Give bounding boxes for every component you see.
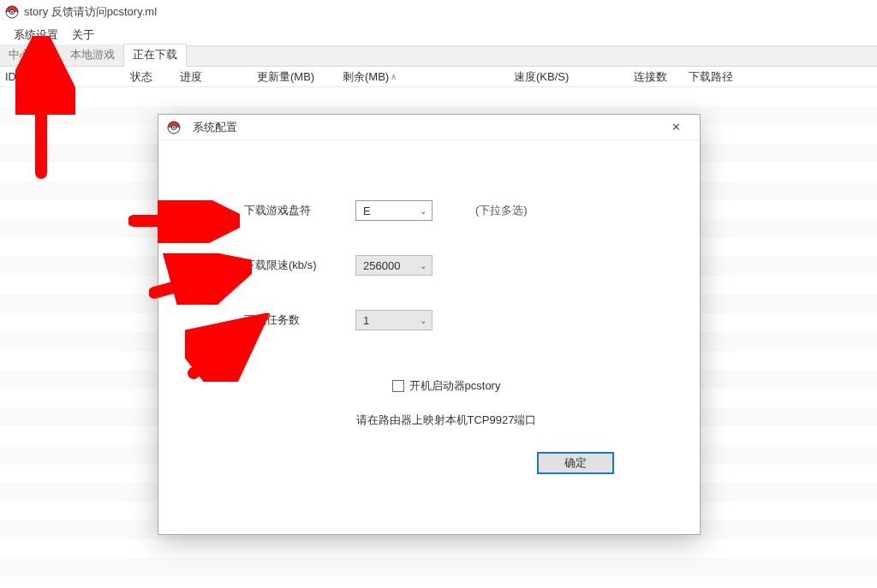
chevron-down-icon: ⌄ xyxy=(420,206,427,216)
col-path[interactable]: 下载路径 xyxy=(683,69,877,85)
tasks-label: 下载任务数 xyxy=(244,312,355,328)
col-remain[interactable]: 剩余(MB) ∧ xyxy=(337,69,509,85)
col-conn[interactable]: 连接数 xyxy=(629,69,683,85)
col-update[interactable]: 更新量(MB) xyxy=(252,69,337,85)
drive-combobox[interactable]: E ⌄ xyxy=(355,200,433,221)
system-config-dialog: 系统配置 ✕ 下载游戏盘符 E ⌄ (下拉多选) 下载限速(kb/s) 2560… xyxy=(158,114,701,535)
tasks-combobox[interactable]: 1 ⌄ xyxy=(355,310,433,330)
col-progress[interactable]: 进度 xyxy=(175,69,252,85)
svg-point-9 xyxy=(173,127,175,128)
speed-label: 下载限速(kb/s) xyxy=(244,258,355,273)
dialog-titlebar[interactable]: 系统配置 ✕ xyxy=(158,115,700,140)
tab-downloading[interactable]: 正在下载 xyxy=(123,44,187,67)
sort-caret-icon: ∧ xyxy=(391,72,397,81)
tabstrip: 中心游戏 本地游戏 正在下载 xyxy=(0,46,877,67)
chevron-down-icon: ⌄ xyxy=(420,261,427,270)
tab-center-games[interactable]: 中心游戏 xyxy=(0,45,62,66)
speed-value: 256000 xyxy=(363,259,400,272)
drive-value: E xyxy=(363,205,371,217)
ok-button-label: 确定 xyxy=(564,455,587,471)
chevron-down-icon: ⌄ xyxy=(420,316,427,325)
drive-label: 下载游戏盘符 xyxy=(244,203,355,218)
col-id[interactable]: ID xyxy=(0,70,31,83)
col-remain-label: 剩余(MB) xyxy=(343,69,389,85)
main-titlebar: story 反馈请访问pcstory.ml xyxy=(0,0,877,24)
col-status[interactable]: 状态 xyxy=(125,69,175,85)
port-hint: 请在路由器上映射本机TCP9927端口 xyxy=(244,413,648,428)
autostart-checkbox[interactable] xyxy=(392,380,404,392)
app-icon xyxy=(5,5,19,19)
window-title: story 反馈请访问pcstory.ml xyxy=(24,4,157,20)
dialog-title: 系统配置 xyxy=(193,120,237,135)
column-headers: ID 游戏名 状态 进度 更新量(MB) 剩余(MB) ∧ 速度(KB/S) 连… xyxy=(0,67,877,87)
dialog-icon xyxy=(167,121,181,134)
close-button[interactable]: ✕ xyxy=(660,115,691,140)
ok-button[interactable]: 确定 xyxy=(537,452,614,474)
menu-about[interactable]: 关于 xyxy=(65,26,101,45)
drive-hint: (下拉多选) xyxy=(475,203,528,218)
close-icon: ✕ xyxy=(671,121,681,134)
col-name[interactable]: 游戏名 xyxy=(31,69,125,85)
col-speed[interactable]: 速度(KB/S) xyxy=(509,69,629,85)
menu-settings[interactable]: 系统设置 xyxy=(7,26,65,45)
tab-local-games[interactable]: 本地游戏 xyxy=(62,45,123,66)
tasks-value: 1 xyxy=(363,314,369,327)
autostart-label: 开机启动器pcstory xyxy=(409,378,501,394)
svg-point-4 xyxy=(11,11,13,13)
speed-combobox[interactable]: 256000 ⌄ xyxy=(355,255,433,276)
